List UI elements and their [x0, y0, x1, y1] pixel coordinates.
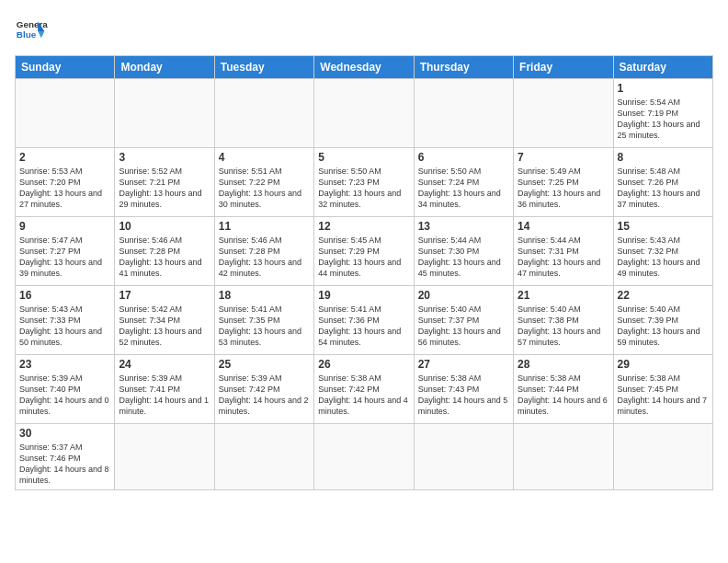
calendar-cell: 3Sunrise: 5:52 AMSunset: 7:21 PMDaylight…	[115, 148, 214, 217]
day-header-friday: Friday	[514, 56, 613, 79]
svg-text:General: General	[17, 19, 48, 29]
calendar-cell: 5Sunrise: 5:50 AMSunset: 7:23 PMDaylight…	[314, 148, 414, 217]
calendar-cell: 1Sunrise: 5:54 AMSunset: 7:19 PMDaylight…	[613, 79, 712, 148]
cell-content: Sunrise: 5:41 AMSunset: 7:36 PMDaylight:…	[318, 304, 409, 349]
calendar-week-row: 23Sunrise: 5:39 AMSunset: 7:40 PMDayligh…	[16, 355, 713, 424]
calendar-cell	[214, 424, 313, 490]
calendar-cell: 7Sunrise: 5:49 AMSunset: 7:25 PMDaylight…	[514, 148, 613, 217]
cell-content: Sunrise: 5:39 AMSunset: 7:42 PMDaylight:…	[219, 373, 310, 418]
calendar-week-row: 30Sunrise: 5:37 AMSunset: 7:46 PMDayligh…	[16, 424, 713, 490]
day-number: 24	[119, 358, 210, 371]
cell-content: Sunrise: 5:50 AMSunset: 7:23 PMDaylight:…	[318, 166, 409, 211]
cell-content: Sunrise: 5:46 AMSunset: 7:28 PMDaylight:…	[219, 235, 310, 280]
day-number: 10	[119, 220, 210, 233]
cell-content: Sunrise: 5:46 AMSunset: 7:28 PMDaylight:…	[119, 235, 210, 280]
day-number: 19	[318, 289, 409, 302]
cell-content: Sunrise: 5:38 AMSunset: 7:45 PMDaylight:…	[618, 373, 709, 418]
calendar-cell	[514, 424, 613, 490]
calendar-week-row: 16Sunrise: 5:43 AMSunset: 7:33 PMDayligh…	[16, 286, 713, 355]
calendar-cell: 23Sunrise: 5:39 AMSunset: 7:40 PMDayligh…	[16, 355, 115, 424]
cell-content: Sunrise: 5:43 AMSunset: 7:32 PMDaylight:…	[618, 235, 709, 280]
day-number: 18	[219, 289, 310, 302]
day-number: 30	[19, 427, 110, 440]
svg-text:Blue: Blue	[17, 29, 37, 40]
calendar-cell: 9Sunrise: 5:47 AMSunset: 7:27 PMDaylight…	[16, 217, 115, 286]
calendar-cell: 22Sunrise: 5:40 AMSunset: 7:39 PMDayligh…	[613, 286, 712, 355]
day-number: 28	[518, 358, 609, 371]
calendar-cell	[115, 79, 214, 148]
calendar-cell	[214, 79, 313, 148]
day-header-wednesday: Wednesday	[314, 56, 414, 79]
day-number: 21	[518, 289, 609, 302]
cell-content: Sunrise: 5:47 AMSunset: 7:27 PMDaylight:…	[19, 235, 110, 280]
calendar-cell: 8Sunrise: 5:48 AMSunset: 7:26 PMDaylight…	[613, 148, 712, 217]
calendar-cell: 12Sunrise: 5:45 AMSunset: 7:29 PMDayligh…	[314, 217, 414, 286]
calendar-week-row: 9Sunrise: 5:47 AMSunset: 7:27 PMDaylight…	[16, 217, 713, 286]
day-number: 1	[618, 82, 709, 95]
calendar-cell: 21Sunrise: 5:40 AMSunset: 7:38 PMDayligh…	[514, 286, 613, 355]
day-number: 27	[418, 358, 509, 371]
calendar-week-row: 1Sunrise: 5:54 AMSunset: 7:19 PMDaylight…	[16, 79, 713, 148]
cell-content: Sunrise: 5:39 AMSunset: 7:40 PMDaylight:…	[19, 373, 110, 418]
calendar-cell	[414, 424, 513, 490]
logo: General Blue	[15, 15, 48, 48]
day-number: 22	[618, 289, 709, 302]
day-number: 11	[219, 220, 310, 233]
calendar-cell: 11Sunrise: 5:46 AMSunset: 7:28 PMDayligh…	[214, 217, 313, 286]
day-number: 26	[318, 358, 409, 371]
cell-content: Sunrise: 5:40 AMSunset: 7:38 PMDaylight:…	[518, 304, 609, 349]
calendar-cell	[314, 79, 414, 148]
day-number: 4	[219, 151, 310, 164]
day-number: 8	[618, 151, 709, 164]
cell-content: Sunrise: 5:39 AMSunset: 7:41 PMDaylight:…	[119, 373, 210, 418]
calendar-cell: 29Sunrise: 5:38 AMSunset: 7:45 PMDayligh…	[613, 355, 712, 424]
cell-content: Sunrise: 5:41 AMSunset: 7:35 PMDaylight:…	[219, 304, 310, 349]
day-number: 29	[618, 358, 709, 371]
cell-content: Sunrise: 5:38 AMSunset: 7:42 PMDaylight:…	[318, 373, 409, 418]
day-number: 15	[618, 220, 709, 233]
calendar-cell: 19Sunrise: 5:41 AMSunset: 7:36 PMDayligh…	[314, 286, 414, 355]
cell-content: Sunrise: 5:40 AMSunset: 7:39 PMDaylight:…	[618, 304, 709, 349]
calendar-table: SundayMondayTuesdayWednesdayThursdayFrid…	[15, 55, 713, 490]
cell-content: Sunrise: 5:38 AMSunset: 7:44 PMDaylight:…	[518, 373, 609, 418]
day-number: 14	[518, 220, 609, 233]
calendar-cell: 16Sunrise: 5:43 AMSunset: 7:33 PMDayligh…	[16, 286, 115, 355]
day-number: 5	[318, 151, 409, 164]
calendar-cell: 24Sunrise: 5:39 AMSunset: 7:41 PMDayligh…	[115, 355, 214, 424]
cell-content: Sunrise: 5:45 AMSunset: 7:29 PMDaylight:…	[318, 235, 409, 280]
calendar-cell	[314, 424, 414, 490]
cell-content: Sunrise: 5:44 AMSunset: 7:30 PMDaylight:…	[418, 235, 509, 280]
day-header-saturday: Saturday	[613, 56, 712, 79]
calendar-cell: 18Sunrise: 5:41 AMSunset: 7:35 PMDayligh…	[214, 286, 313, 355]
cell-content: Sunrise: 5:53 AMSunset: 7:20 PMDaylight:…	[19, 166, 110, 211]
calendar-cell	[613, 424, 712, 490]
calendar-cell: 4Sunrise: 5:51 AMSunset: 7:22 PMDaylight…	[214, 148, 313, 217]
day-number: 7	[518, 151, 609, 164]
calendar-cell: 10Sunrise: 5:46 AMSunset: 7:28 PMDayligh…	[115, 217, 214, 286]
cell-content: Sunrise: 5:48 AMSunset: 7:26 PMDaylight:…	[618, 166, 709, 211]
header: General Blue	[15, 15, 713, 48]
day-header-thursday: Thursday	[414, 56, 513, 79]
calendar-cell: 20Sunrise: 5:40 AMSunset: 7:37 PMDayligh…	[414, 286, 513, 355]
calendar-cell	[16, 79, 115, 148]
day-number: 3	[119, 151, 210, 164]
calendar-cell: 15Sunrise: 5:43 AMSunset: 7:32 PMDayligh…	[613, 217, 712, 286]
day-number: 23	[19, 358, 110, 371]
calendar-cell: 30Sunrise: 5:37 AMSunset: 7:46 PMDayligh…	[16, 424, 115, 490]
cell-content: Sunrise: 5:43 AMSunset: 7:33 PMDaylight:…	[19, 304, 110, 349]
day-number: 25	[219, 358, 310, 371]
cell-content: Sunrise: 5:49 AMSunset: 7:25 PMDaylight:…	[518, 166, 609, 211]
calendar-week-row: 2Sunrise: 5:53 AMSunset: 7:20 PMDaylight…	[16, 148, 713, 217]
calendar-cell	[414, 79, 513, 148]
calendar-cell: 13Sunrise: 5:44 AMSunset: 7:30 PMDayligh…	[414, 217, 513, 286]
calendar-cell: 27Sunrise: 5:38 AMSunset: 7:43 PMDayligh…	[414, 355, 513, 424]
logo-icon: General Blue	[15, 15, 48, 48]
cell-content: Sunrise: 5:42 AMSunset: 7:34 PMDaylight:…	[119, 304, 210, 349]
calendar-cell: 2Sunrise: 5:53 AMSunset: 7:20 PMDaylight…	[16, 148, 115, 217]
cell-content: Sunrise: 5:40 AMSunset: 7:37 PMDaylight:…	[418, 304, 509, 349]
day-number: 6	[418, 151, 509, 164]
calendar-cell: 6Sunrise: 5:50 AMSunset: 7:24 PMDaylight…	[414, 148, 513, 217]
day-header-tuesday: Tuesday	[214, 56, 313, 79]
svg-marker-3	[38, 31, 44, 38]
day-number: 17	[119, 289, 210, 302]
